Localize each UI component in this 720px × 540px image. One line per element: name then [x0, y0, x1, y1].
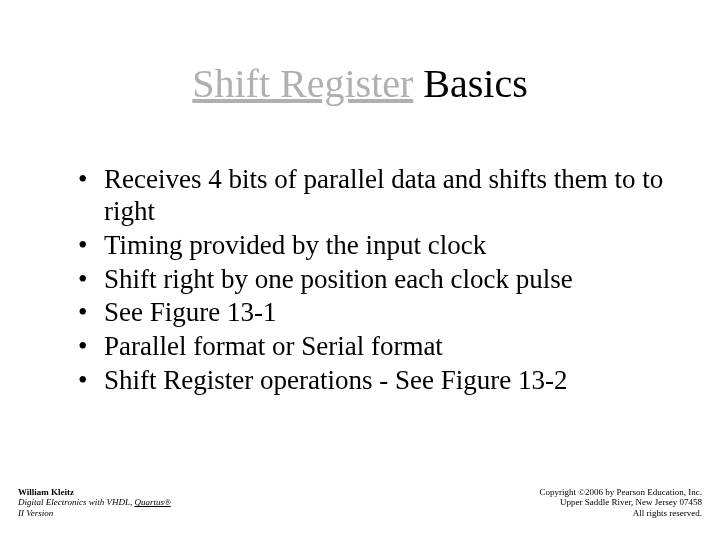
footer-left: William Kleitz Digital Electronics with …: [18, 487, 171, 518]
bullet-text: Shift Register operations - See Figure 1…: [104, 365, 567, 395]
slide-title: Shift Register Basics: [0, 62, 720, 106]
bullet-text: See Figure 13-1: [104, 297, 276, 327]
list-item: Shift right by one position each clock p…: [72, 264, 668, 296]
copyright-line-1: Copyright ©2006 by Pearson Education, In…: [539, 487, 702, 497]
copyright-line-3: All rights reserved.: [539, 508, 702, 518]
footer-book: Digital Electronics with VHDL, Quartus®: [18, 497, 171, 507]
bullet-text: Timing provided by the input clock: [104, 230, 486, 260]
slide-body: Receives 4 bits of parallel data and shi…: [72, 164, 668, 399]
bullet-text: Shift right by one position each clock p…: [104, 264, 573, 294]
bullet-text: Receives 4 bits of parallel data and shi…: [104, 164, 663, 226]
slide: Shift Register Basics Receives 4 bits of…: [0, 0, 720, 540]
footer-book-part1: Digital Electronics with VHDL,: [18, 497, 134, 507]
footer-right: Copyright ©2006 by Pearson Education, In…: [539, 487, 702, 518]
list-item: Timing provided by the input clock: [72, 230, 668, 262]
bullet-text: Parallel format or Serial format: [104, 331, 443, 361]
list-item: Receives 4 bits of parallel data and shi…: [72, 164, 668, 228]
footer-book-underlined: Quartus®: [134, 497, 170, 507]
footer-version: II Version: [18, 508, 171, 518]
title-underlined: Shift Register: [192, 61, 413, 106]
title-rest: Basics: [413, 61, 527, 106]
list-item: See Figure 13-1: [72, 297, 668, 329]
copyright-line-2: Upper Saddle River, New Jersey 07458: [539, 497, 702, 507]
list-item: Parallel format or Serial format: [72, 331, 668, 363]
list-item: Shift Register operations - See Figure 1…: [72, 365, 668, 397]
footer-author: William Kleitz: [18, 487, 171, 497]
bullet-list: Receives 4 bits of parallel data and shi…: [72, 164, 668, 397]
